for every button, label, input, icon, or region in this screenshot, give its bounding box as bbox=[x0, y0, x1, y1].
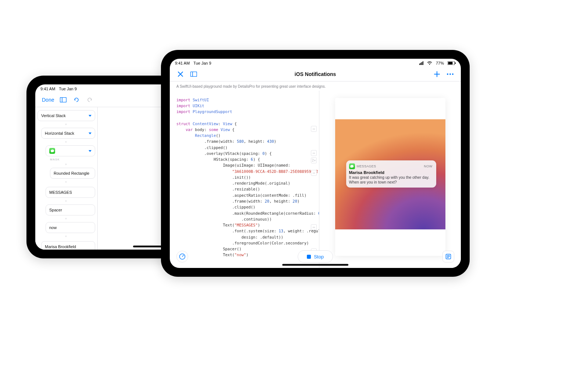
result-marker-multi[interactable]: 2× bbox=[311, 157, 317, 163]
tree-vstack[interactable]: Vertical Stack bbox=[37, 110, 95, 121]
result-marker[interactable]: ▭ bbox=[311, 126, 317, 132]
notification-time: now bbox=[424, 164, 433, 168]
wifi-icon bbox=[427, 61, 432, 65]
done-button[interactable]: Done bbox=[42, 97, 54, 103]
result-marker[interactable]: ▭ bbox=[311, 224, 317, 230]
status-date: Tue Jan 9 bbox=[193, 61, 211, 65]
add-icon[interactable] bbox=[433, 70, 441, 78]
sidebar-toggle-icon[interactable] bbox=[59, 96, 67, 104]
notification-card: MESSAGES now Marisa Brookfield It was gr… bbox=[346, 160, 436, 188]
status-time: 9:41 AM bbox=[175, 61, 190, 65]
notification-app-label: MESSAGES bbox=[357, 164, 376, 168]
tree-spacer[interactable]: Spacer bbox=[46, 204, 95, 215]
close-icon[interactable] bbox=[176, 70, 184, 78]
svg-rect-3 bbox=[60, 97, 67, 102]
svg-rect-7 bbox=[455, 62, 456, 64]
notification-sender: Marisa Brookfield bbox=[349, 170, 433, 175]
code-editor[interactable]: import SwiftUI import UIKit import Playg… bbox=[170, 95, 319, 260]
ipad-right: 9:41 AM Tue Jan 9 77% iOS Notifications bbox=[161, 50, 470, 277]
tree-rounded-rect[interactable]: Rounded Rectangle bbox=[50, 168, 95, 179]
result-marker[interactable]: ▭ bbox=[311, 170, 317, 176]
status-date: Tue Jan 9 bbox=[59, 87, 77, 91]
mask-label: MASK bbox=[37, 158, 95, 161]
home-indicator bbox=[282, 264, 348, 266]
tree-messages-text[interactable]: MESSAGES bbox=[46, 187, 95, 198]
svg-rect-6 bbox=[448, 62, 453, 65]
svg-point-11 bbox=[449, 73, 451, 75]
tree-hstack[interactable]: Horizontal Stack bbox=[41, 128, 95, 139]
playgrounds-title: iOS Notifications bbox=[295, 71, 336, 77]
result-marker[interactable]: ▭ bbox=[311, 150, 317, 156]
notification-message: It was great catching up with you the ot… bbox=[349, 175, 433, 185]
svg-point-12 bbox=[452, 73, 453, 75]
messages-app-icon bbox=[349, 163, 355, 169]
status-time: 9:41 AM bbox=[40, 87, 55, 91]
view-tree-panel: Vertical Stack + Horizontal Stack + MASK… bbox=[35, 107, 98, 250]
messages-app-icon bbox=[49, 148, 55, 154]
battery-icon bbox=[448, 61, 456, 65]
redo-icon[interactable] bbox=[86, 96, 94, 104]
tree-now-text[interactable]: now bbox=[46, 222, 95, 233]
status-bar-right: 9:41 AM Tue Jan 9 77% bbox=[170, 59, 461, 67]
battery-pct: 77% bbox=[436, 61, 444, 65]
tree-name-text[interactable]: Marisa Brookfield bbox=[41, 241, 95, 250]
playgrounds-toolbar: iOS Notifications bbox=[170, 67, 461, 81]
live-preview: MESSAGES now Marisa Brookfield It was gr… bbox=[319, 91, 461, 268]
playground-description: A SwiftUI-based playground made by Detai… bbox=[170, 81, 461, 91]
more-icon[interactable] bbox=[446, 70, 454, 78]
tree-image[interactable] bbox=[46, 145, 95, 156]
svg-point-10 bbox=[447, 73, 448, 75]
sidebar-toggle-icon[interactable] bbox=[190, 70, 198, 78]
undo-icon[interactable] bbox=[72, 96, 80, 104]
results-gutter: ▭ ▭ 2× ▭ ▭ ▭ bbox=[311, 94, 317, 254]
svg-rect-8 bbox=[191, 72, 197, 76]
result-marker[interactable]: ▭ bbox=[311, 248, 317, 254]
cellular-icon bbox=[419, 61, 423, 65]
